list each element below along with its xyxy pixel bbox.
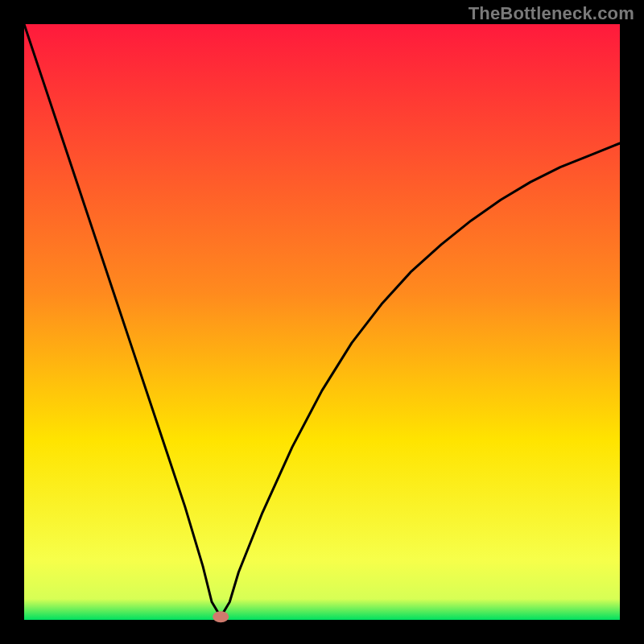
minimum-marker [213,611,229,622]
bottleneck-chart [0,0,644,644]
watermark-text: TheBottleneck.com [469,3,634,24]
plot-area [24,24,620,620]
chart-stage: TheBottleneck.com [0,0,644,644]
